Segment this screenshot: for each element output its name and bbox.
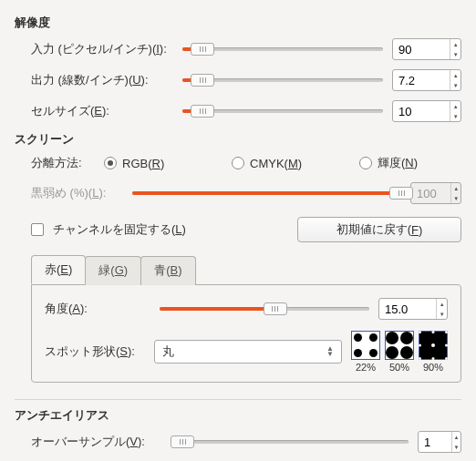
input-spinner[interactable]: ▲▼ [392,38,461,60]
input-row: 入力 (ピクセル/インチ)(I): ▲▼ [15,38,461,60]
separation-method-label: 分離方法: [31,155,104,171]
separation-method-row: 分離方法: RGB(R) CMYK(M) 輝度(N) [15,155,461,171]
down-arrow-icon[interactable]: ▼ [450,80,460,90]
antialias-title: アンチエイリアス [15,407,461,424]
radio-luminance[interactable]: 輝度(N) [359,155,418,171]
spot-shape-select[interactable]: 丸 ▲▼ [154,340,342,364]
black-pullout-label: 黒弱め (%)(L): [31,185,127,201]
angle-label: 角度(A): [45,301,154,317]
spot-preview-22 [351,331,380,360]
up-arrow-icon[interactable]: ▲ [437,299,447,309]
spot-label: スポット形状(S): [45,343,154,360]
angle-row: 角度(A): ▲▼ [45,298,448,320]
output-slider[interactable] [182,73,383,87]
spot-caption-50: 50% [389,362,409,373]
oversample-row: オーバーサンプル(V): ▲▼ [15,431,461,453]
spot-preview-50 [385,331,414,360]
radio-cmyk[interactable]: CMYK(M) [232,157,359,170]
cellsize-value[interactable] [393,101,450,121]
radio-icon [359,157,372,169]
spot-shape-value: 丸 [162,343,174,360]
oversample-spinner[interactable]: ▲▼ [418,431,461,453]
cellsize-label: セルサイズ(E): [31,103,177,119]
angle-slider[interactable] [160,302,369,316]
oversample-value[interactable] [419,432,451,452]
output-value[interactable] [393,70,450,90]
down-arrow-icon[interactable]: ▼ [450,111,460,121]
output-row: 出力 (線数/インチ)(U): ▲▼ [15,69,461,91]
lock-channels-checkbox[interactable] [31,223,44,236]
black-pullout-row: 黒弱め (%)(L): ▲▼ [15,182,461,204]
oversample-slider[interactable] [182,435,409,449]
black-pullout-slider [132,186,401,200]
spot-preview-90 [419,331,448,360]
separator [15,399,461,400]
input-slider[interactable] [182,42,383,56]
oversample-label: オーバーサンプル(V): [31,434,177,450]
black-pullout-spinner: ▲▼ [410,182,461,204]
up-arrow-icon[interactable]: ▲ [450,70,460,80]
radio-icon [104,157,117,169]
cellsize-spinner[interactable]: ▲▼ [392,100,461,122]
up-arrow-icon: ▲ [451,183,460,193]
screen-title: スクリーン [15,131,461,148]
spot-caption-22: 22% [356,362,376,373]
down-arrow-icon[interactable]: ▼ [450,49,460,59]
angle-spinner[interactable]: ▲▼ [378,298,448,320]
chevron-updown-icon: ▲▼ [326,346,334,357]
down-arrow-icon[interactable]: ▼ [452,442,460,452]
angle-value[interactable] [379,299,436,319]
output-label: 出力 (線数/インチ)(U): [31,72,177,88]
channel-panel: 角度(A): ▲▼ スポット形状(S): 丸 ▲▼ [31,284,461,383]
tab-blue[interactable]: 青(B) [140,256,195,285]
lock-channels-row: チャンネルを固定する(L) 初期値に戻す(F) [15,217,461,242]
spot-row: スポット形状(S): 丸 ▲▼ 22% [45,331,448,373]
up-arrow-icon[interactable]: ▲ [450,101,460,111]
input-label: 入力 (ピクセル/インチ)(I): [31,41,177,57]
black-pullout-value [411,183,450,203]
input-value[interactable] [393,39,450,59]
cellsize-slider[interactable] [182,104,383,118]
up-arrow-icon[interactable]: ▲ [452,432,460,442]
tab-green[interactable]: 緑(G) [85,256,141,285]
radio-icon [232,157,244,169]
down-arrow-icon: ▼ [451,193,460,203]
reset-defaults-button[interactable]: 初期値に戻す(F) [297,217,461,242]
resolution-title: 解像度 [15,15,461,31]
up-arrow-icon[interactable]: ▲ [450,39,460,49]
spot-previews: 22% 50% [351,331,448,373]
channel-tabs: 赤(E) 緑(G) 青(B) [31,255,461,284]
down-arrow-icon[interactable]: ▼ [437,309,447,319]
cellsize-row: セルサイズ(E): ▲▼ [15,100,461,122]
spot-caption-90: 90% [423,362,443,373]
radio-rgb[interactable]: RGB(R) [104,157,232,170]
tab-red[interactable]: 赤(E) [31,255,86,284]
lock-channels-label: チャンネルを固定する(L) [53,221,186,238]
output-spinner[interactable]: ▲▼ [392,69,461,91]
